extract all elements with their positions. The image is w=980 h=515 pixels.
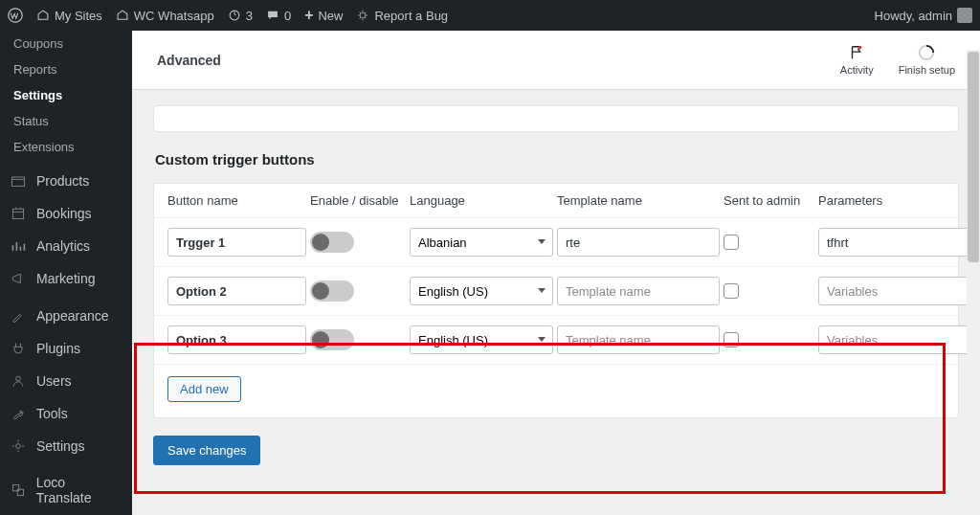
flag-icon xyxy=(848,44,865,61)
scrollbar[interactable] xyxy=(967,50,980,515)
sidebar-appearance[interactable]: Appearance xyxy=(0,300,132,332)
finish-setup-button[interactable]: Finish setup xyxy=(899,44,955,76)
my-sites-link[interactable]: My Sites xyxy=(36,9,102,23)
parameters-input[interactable] xyxy=(818,228,971,257)
submenu-extensions[interactable]: Extensions xyxy=(0,134,132,160)
archive-icon xyxy=(10,172,27,190)
svg-point-9 xyxy=(858,46,862,50)
table-row: English (US) ? xyxy=(154,266,958,315)
avatar xyxy=(957,8,972,23)
col-template: Template name xyxy=(557,193,720,208)
table-row: Albanian ? xyxy=(154,217,958,266)
calendar-icon xyxy=(10,205,27,222)
brush-icon xyxy=(10,307,27,325)
sidebar-loco[interactable]: Loco Translate xyxy=(0,467,132,513)
svg-rect-7 xyxy=(17,489,23,495)
wp-logo[interactable] xyxy=(8,8,23,23)
report-bug-link[interactable]: Report a Bug xyxy=(356,9,448,23)
wrench-icon xyxy=(10,405,27,422)
svg-rect-3 xyxy=(12,209,23,218)
svg-rect-2 xyxy=(12,177,25,187)
button-name-input[interactable] xyxy=(167,325,306,354)
activity-button[interactable]: Activity xyxy=(840,44,874,76)
sidebar-products[interactable]: Products xyxy=(0,165,132,197)
sent-admin-checkbox[interactable] xyxy=(724,235,739,250)
page-header: Advanced Activity Finish setup xyxy=(132,31,980,90)
sidebar-analytics[interactable]: Analytics xyxy=(0,230,132,262)
section-title: Custom trigger buttons xyxy=(155,151,959,168)
user-icon xyxy=(10,372,27,390)
col-button-name: Button name xyxy=(167,193,306,208)
main-content: Advanced Activity Finish setup Custom tr… xyxy=(132,31,980,515)
svg-rect-6 xyxy=(12,484,18,490)
template-input[interactable] xyxy=(557,277,720,305)
svg-point-5 xyxy=(16,444,21,449)
enable-toggle[interactable] xyxy=(310,232,354,253)
language-select[interactable]: English (US) xyxy=(410,277,553,305)
sidebar-users[interactable]: Users xyxy=(0,365,132,397)
table-header: Button name Enable / disable Language Te… xyxy=(154,184,958,217)
svg-point-1 xyxy=(361,12,367,18)
enable-toggle[interactable] xyxy=(310,329,354,350)
gear-icon xyxy=(10,437,27,455)
page-title: Advanced xyxy=(157,53,221,68)
submenu-coupons[interactable]: Coupons xyxy=(0,31,132,56)
col-enable: Enable / disable xyxy=(310,193,406,208)
updates-link[interactable]: 3 xyxy=(228,9,253,23)
enable-toggle[interactable] xyxy=(310,280,354,302)
parameters-input[interactable] xyxy=(818,325,971,354)
template-input[interactable] xyxy=(557,228,720,257)
progress-icon xyxy=(918,44,935,61)
sidebar-plugins[interactable]: Plugins xyxy=(0,332,132,365)
col-params: Parameters xyxy=(818,193,971,208)
language-select[interactable]: Albanian xyxy=(410,228,553,257)
save-changes-button[interactable]: Save changes xyxy=(153,436,260,465)
parameters-input[interactable] xyxy=(818,277,971,305)
chart-icon xyxy=(10,237,27,255)
sidebar-bookings[interactable]: Bookings xyxy=(0,197,132,230)
add-new-button[interactable]: Add new xyxy=(167,376,241,402)
megaphone-icon xyxy=(10,270,27,287)
col-sent: Sent to admin xyxy=(724,193,814,208)
sidebar-settings[interactable]: Settings xyxy=(0,430,132,462)
button-name-input[interactable] xyxy=(167,228,306,257)
previous-card-edge xyxy=(153,105,959,132)
table-row: English (US) ? xyxy=(154,315,958,364)
sent-admin-checkbox[interactable] xyxy=(724,332,739,347)
submenu-settings[interactable]: Settings xyxy=(0,82,132,108)
sent-admin-checkbox[interactable] xyxy=(724,283,739,299)
admin-bar: My Sites WC Whatsapp 3 0 +New Report a B… xyxy=(0,0,980,31)
howdy-link[interactable]: Howdy, admin xyxy=(875,8,972,23)
submenu-reports[interactable]: Reports xyxy=(0,56,132,82)
sidebar-tools[interactable]: Tools xyxy=(0,397,132,430)
template-input[interactable] xyxy=(557,325,720,354)
submenu-status[interactable]: Status xyxy=(0,108,132,134)
comments-link[interactable]: 0 xyxy=(266,9,291,23)
trigger-table: Button name Enable / disable Language Te… xyxy=(153,183,959,418)
admin-sidebar: Coupons Reports Settings Status Extensio… xyxy=(0,31,132,515)
site-name-link[interactable]: WC Whatsapp xyxy=(116,9,214,23)
plug-icon xyxy=(10,340,27,357)
new-link[interactable]: +New xyxy=(304,7,343,24)
button-name-input[interactable] xyxy=(167,277,306,305)
translate-icon xyxy=(10,481,27,499)
sidebar-marketing[interactable]: Marketing xyxy=(0,262,132,295)
col-language: Language xyxy=(410,193,553,208)
svg-point-4 xyxy=(16,376,21,381)
language-select[interactable]: English (US) xyxy=(410,325,553,354)
